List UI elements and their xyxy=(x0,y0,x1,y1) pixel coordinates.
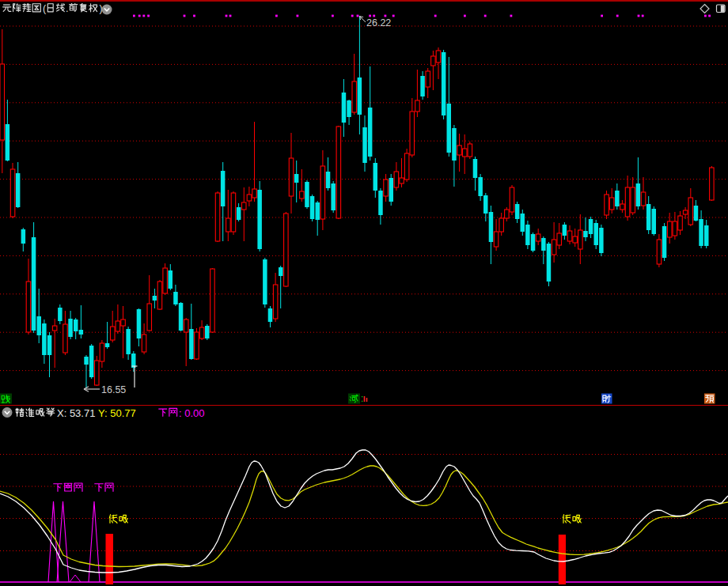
svg-text:26.22: 26.22 xyxy=(366,17,391,28)
svg-text:16.55: 16.55 xyxy=(101,384,126,395)
svg-text:Y: 50.77: Y: 50.77 xyxy=(98,407,136,419)
svg-text::: : xyxy=(361,393,363,404)
svg-text:.: . xyxy=(66,3,68,14)
svg-text:X: 53.71: X: 53.71 xyxy=(57,407,95,419)
svg-text:: 0.00: : 0.00 xyxy=(179,407,205,419)
